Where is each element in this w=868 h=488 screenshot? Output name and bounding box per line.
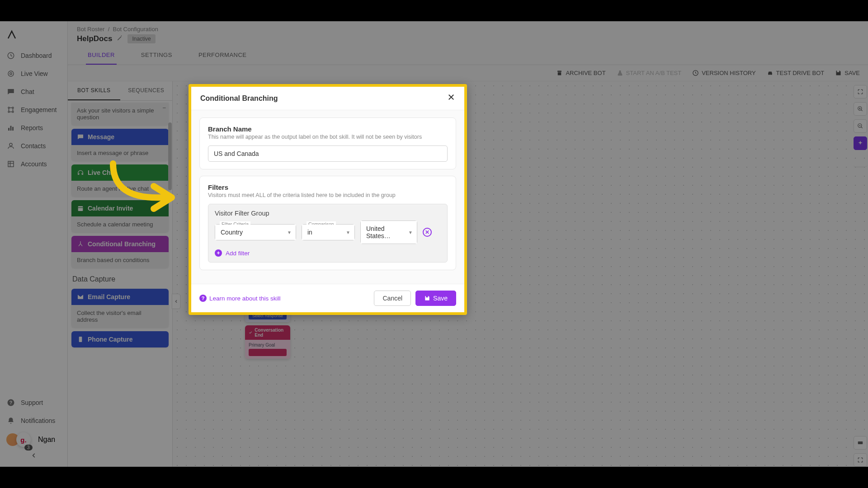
learn-more-link[interactable]: ? Learn more about this skill <box>199 295 281 302</box>
delete-filter-button[interactable]: ✕ <box>423 228 432 237</box>
close-icon <box>447 93 455 101</box>
x-icon: ✕ <box>425 229 429 235</box>
help-icon: ? <box>199 295 207 302</box>
comparison-select[interactable]: Comparison in▼ <box>302 224 355 240</box>
filters-card: Filters Visitors must meet ALL of the cr… <box>199 176 456 270</box>
branch-name-card: Branch Name This name will appear as the… <box>199 117 456 169</box>
filter-criteria-select[interactable]: Filter Criteria Country▼ <box>215 224 296 240</box>
filters-label: Filters <box>208 183 448 191</box>
filter-group-title: Visitor Filter Group <box>215 210 441 217</box>
save-modal-button[interactable]: Save <box>415 291 456 306</box>
chevron-down-icon: ▼ <box>408 230 413 235</box>
save-icon <box>424 295 430 301</box>
conditional-branching-modal: Conditional Branching Branch Name This n… <box>189 84 467 315</box>
chevron-down-icon: ▼ <box>287 230 292 235</box>
filters-sub: Visitors must meet ALL of the criteria l… <box>208 192 448 198</box>
visitor-filter-group: Visitor Filter Group Filter Criteria Cou… <box>208 204 448 263</box>
cancel-button[interactable]: Cancel <box>374 291 411 306</box>
add-filter-button[interactable]: + Add filter <box>215 249 441 257</box>
branch-name-sub: This name will appear as the output labe… <box>208 134 448 140</box>
branch-name-input[interactable] <box>208 145 448 162</box>
branch-name-label: Branch Name <box>208 125 448 133</box>
plus-icon: + <box>215 249 222 257</box>
close-button[interactable] <box>447 93 455 103</box>
modal-title: Conditional Branching <box>200 94 278 103</box>
value-select[interactable]: United States…▼ <box>360 221 417 244</box>
chevron-down-icon: ▼ <box>346 230 350 235</box>
